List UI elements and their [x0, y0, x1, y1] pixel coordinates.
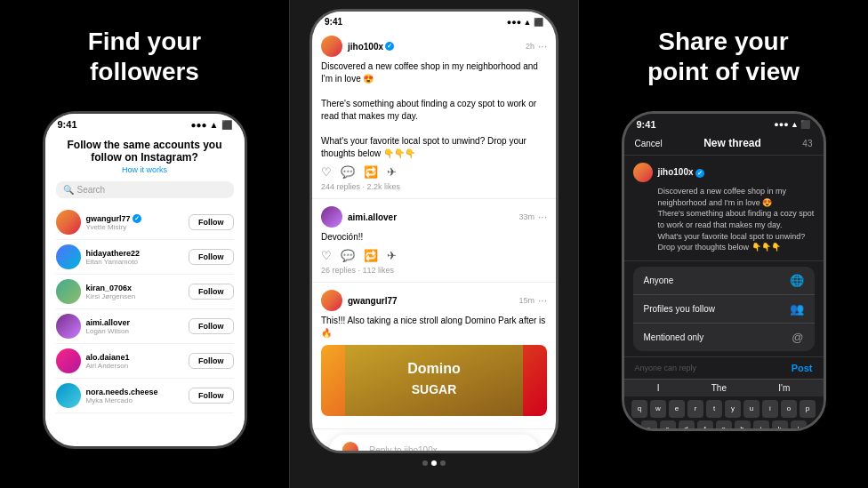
post-button[interactable]: Post: [792, 363, 813, 373]
audience-option-mentioned[interactable]: Mentioned only @: [633, 324, 815, 351]
comment-icon[interactable]: 💬: [341, 249, 355, 262]
key-i[interactable]: i: [762, 400, 778, 418]
globe-icon: 🌐: [790, 274, 804, 287]
avatar: [56, 244, 81, 269]
heart-icon[interactable]: ♡: [321, 165, 332, 179]
left-panel: Find your followers 9:41 ●●● ▲ ⬛ Follow …: [0, 0, 289, 488]
thread-post-3: gwangurl77 15m ··· This!!! Also taking a…: [312, 283, 556, 429]
left-heading: Find your followers: [88, 27, 202, 86]
key-g[interactable]: g: [716, 420, 732, 431]
avatar: [56, 279, 81, 304]
key-w[interactable]: w: [650, 400, 666, 418]
audience-option-anyone[interactable]: Anyone 🌐: [633, 267, 815, 295]
avatar: [321, 36, 342, 57]
at-icon: @: [792, 331, 803, 344]
anyone-reply-bar: Anyone can reply Post: [624, 356, 824, 379]
comment-icon[interactable]: 💬: [341, 165, 355, 179]
repost-icon[interactable]: 🔁: [364, 165, 378, 179]
key-l[interactable]: l: [791, 420, 807, 431]
list-item: hidayathere22 Eitan Yamamoto Follow: [56, 240, 234, 275]
key-f[interactable]: f: [697, 420, 713, 431]
svg-rect-1: [345, 345, 523, 416]
key-e[interactable]: e: [669, 400, 685, 418]
key-h[interactable]: h: [735, 420, 751, 431]
list-item: nora.needs.cheese Myka Mercado Follow: [56, 379, 234, 413]
avatar: [56, 314, 81, 339]
dots-indicator: [422, 460, 446, 466]
follow-button[interactable]: Follow: [189, 214, 234, 230]
status-bar-middle: 9:41 ●●● ▲ ⬛: [312, 12, 556, 28]
follow-button[interactable]: Follow: [189, 318, 234, 334]
avatar: [56, 348, 81, 373]
follow-button[interactable]: Follow: [189, 353, 234, 369]
key-p[interactable]: p: [800, 400, 816, 418]
keyboard-suggestions: I The I'm: [624, 379, 824, 396]
key-r[interactable]: r: [687, 400, 703, 418]
right-phone: 9:41 ●●● ▲ ⬛ Cancel New thread 43 jiho10…: [622, 111, 826, 431]
thread-post-1: jiho100x ✓ 2h ··· Discovered a new coffe…: [312, 28, 556, 199]
audience-option-follow[interactable]: Profiles you follow 👥: [633, 295, 815, 324]
search-icon: 🔍: [63, 185, 74, 195]
key-o[interactable]: o: [781, 400, 797, 418]
avatar: [56, 210, 81, 235]
reply-area: Reply to jiho100x...: [312, 429, 556, 453]
thread-image: Domino SUGAR: [321, 345, 547, 416]
search-bar[interactable]: 🔍 Search: [56, 181, 234, 198]
verified-badge: ✓: [385, 42, 394, 51]
svg-text:Domino: Domino: [407, 361, 461, 376]
people-icon: 👥: [790, 302, 804, 316]
key-t[interactable]: t: [706, 400, 722, 418]
status-bar-right: 9:41 ●●● ▲ ⬛: [624, 114, 824, 132]
thread-post-2: aimi.allover 33m ··· Devoción!! ♡ 💬 🔁 ✈ …: [312, 199, 556, 283]
keyboard: q w e r t y u i o p a s d f g h j k l: [624, 396, 824, 431]
avatar: [342, 442, 358, 453]
key-a[interactable]: a: [641, 420, 657, 431]
middle-phone: 9:41 ●●● ▲ ⬛ jiho100x ✓ 2h ··· Discovere…: [309, 9, 559, 453]
avatar: [321, 290, 342, 311]
share-icon[interactable]: ✈: [387, 165, 397, 179]
list-item: alo.daiane1 Airl Anderson Follow: [56, 344, 234, 379]
follow-button[interactable]: Follow: [189, 284, 234, 300]
new-thread-post: jiho100x ✓ Discovered a new coffee shop …: [624, 156, 824, 261]
reply-input[interactable]: Reply to jiho100x...: [330, 435, 538, 453]
heart-icon[interactable]: ♡: [321, 249, 332, 262]
key-s[interactable]: s: [660, 420, 676, 431]
key-y[interactable]: y: [725, 400, 741, 418]
new-thread-title: New thread: [703, 137, 761, 149]
bottom-section: Connect over conversation: [351, 453, 517, 488]
audience-options: Anyone 🌐 Profiles you follow 👥 Mentioned…: [633, 267, 815, 351]
follow-button[interactable]: Follow: [189, 388, 234, 404]
key-k[interactable]: k: [772, 420, 788, 431]
new-thread-bar: Cancel New thread 43: [624, 132, 824, 156]
middle-wrapper: 9:41 ●●● ▲ ⬛ jiho100x ✓ 2h ··· Discovere…: [290, 0, 578, 488]
avatar: [56, 383, 81, 408]
status-icons: ●●● ▲ ⬛: [190, 120, 231, 130]
cancel-button[interactable]: Cancel: [635, 139, 663, 148]
key-q[interactable]: q: [631, 400, 647, 418]
right-panel: Share your point of view 9:41 ●●● ▲ ⬛ Ca…: [579, 0, 868, 488]
middle-phone-wrap: 9:41 ●●● ▲ ⬛ jiho100x ✓ 2h ··· Discovere…: [309, 0, 559, 453]
phone-content-left: Follow the same accounts you follow on I…: [45, 132, 245, 420]
avatar: [321, 206, 342, 228]
char-count: 43: [802, 139, 812, 148]
middle-panel: 9:41 ●●● ▲ ⬛ jiho100x ✓ 2h ··· Discovere…: [289, 0, 579, 488]
list-item: aimi.allover Logan Wilson Follow: [56, 309, 234, 344]
list-item: gwangurl77 ✓ Yvette Mistry Follow: [56, 205, 234, 240]
share-icon[interactable]: ✈: [387, 249, 397, 262]
svg-text:SUGAR: SUGAR: [412, 382, 457, 396]
thread-actions: ♡ 💬 🔁 ✈: [321, 165, 547, 179]
list-item: kiran_0706x Kirsi Jørgensen Follow: [56, 275, 234, 309]
right-heading: Share your point of view: [647, 27, 800, 86]
avatar: [633, 163, 653, 182]
key-u[interactable]: u: [743, 400, 760, 418]
key-d[interactable]: d: [679, 420, 695, 431]
key-j[interactable]: j: [753, 420, 769, 431]
verified-badge: ✓: [133, 214, 141, 223]
verified-badge: ✓: [695, 169, 704, 178]
repost-icon[interactable]: 🔁: [364, 249, 378, 262]
left-phone: 9:41 ●●● ▲ ⬛ Follow the same accounts yo…: [43, 111, 247, 449]
status-bar-left: 9:41 ●●● ▲ ⬛: [45, 114, 245, 132]
follow-button[interactable]: Follow: [189, 249, 234, 265]
thread-actions-2: ♡ 💬 🔁 ✈: [321, 249, 547, 262]
